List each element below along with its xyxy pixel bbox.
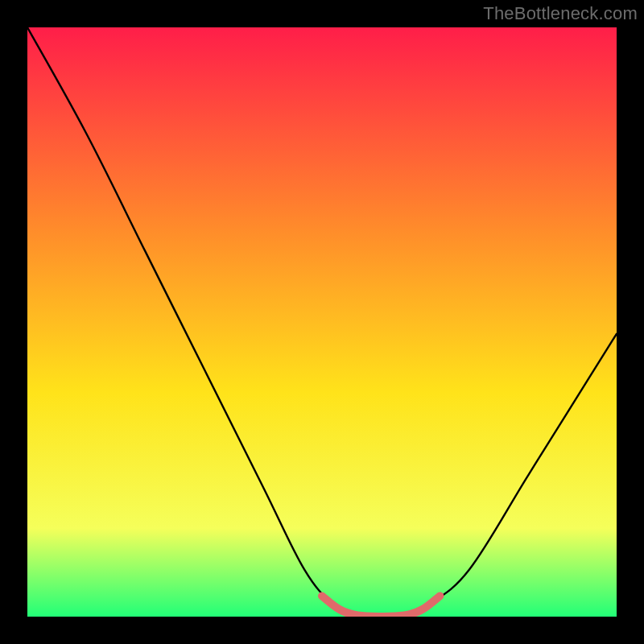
bottleneck-chart	[0, 0, 644, 644]
watermark-text: TheBottleneck.com	[483, 3, 638, 24]
gradient-plot-area	[27, 27, 617, 617]
chart-stage: TheBottleneck.com	[0, 0, 644, 644]
